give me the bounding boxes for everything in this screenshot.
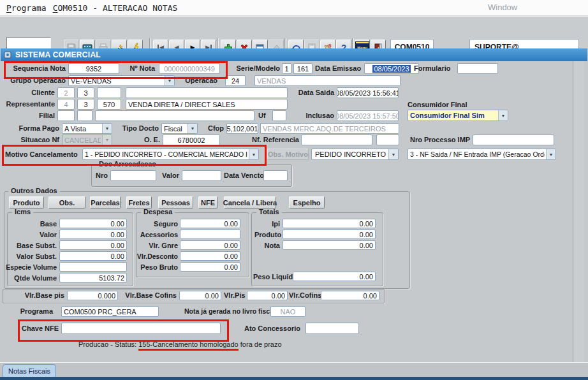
nf-referencia-serie-field[interactable]: [376, 135, 399, 145]
operacao-codigo-field[interactable]: 24: [225, 75, 246, 86]
chave-nfe-field[interactable]: [61, 323, 221, 334]
chevron-down-icon: ▼: [187, 124, 197, 133]
totais-nota-field[interactable]: 0.00: [283, 240, 376, 250]
doc-arrecadacao-title: Doc Arrecadacao: [96, 161, 159, 168]
doc-nro-field[interactable]: [110, 170, 156, 181]
cliente-campo2-field[interactable]: 3: [77, 87, 94, 98]
menu-programa-initial: P: [6, 3, 11, 13]
motivo-cancelamento-select[interactable]: 1 - PEDIDO INCORRETO - COMERCIAL MERCADO…: [82, 149, 259, 160]
menu-title-rest: OM0510 - ALTERACAO NOTAS: [57, 3, 177, 13]
peso-liquido-label: Peso Liquido: [253, 272, 290, 282]
tab-notas-fiscais[interactable]: Notas Fiscais: [3, 364, 56, 377]
peso-liquido-field[interactable]: 0.00: [293, 272, 376, 281]
doc-valor-label: Valor: [160, 170, 179, 181]
cliente-campo3-field[interactable]: [97, 87, 121, 98]
uf-label: Uf: [258, 110, 270, 121]
seguro-label: Seguro: [136, 219, 178, 230]
sequencia-nota-field[interactable]: 9352: [68, 63, 119, 74]
vlr-cofins-field[interactable]: 0.00: [321, 291, 379, 300]
cfop-descricao-field: VENDAS MERC.ADQ.DE TERCEIROS: [260, 123, 399, 134]
icms-valor-subst-field[interactable]: 0.00: [59, 251, 127, 261]
representante-nome-field[interactable]: VENDA DIRETA / DIRECT SALES: [126, 99, 288, 110]
ato-concessorio-field[interactable]: [305, 323, 359, 334]
icms-valor-field[interactable]: 0.00: [59, 230, 127, 239]
filial-campo1-field[interactable]: [57, 110, 75, 121]
menu-programa[interactable]: Programa: [6, 3, 47, 13]
filial-nome-field[interactable]: [95, 110, 254, 121]
especie-volume-label: Especie Volume: [6, 262, 57, 273]
vlr-base-pis-field[interactable]: 0.000: [67, 291, 118, 300]
seguro-field[interactable]: 0.00: [180, 219, 240, 228]
menu-bar: Programa COM0510 - ALTERACAO NOTAS Windo…: [0, 0, 588, 16]
cfop-field[interactable]: 5,102,001: [226, 123, 258, 134]
ato-concessorio-label: Ato Concessorio: [242, 323, 300, 334]
vlr-desconto-field[interactable]: 0.00: [180, 251, 240, 261]
consumidor-final-select[interactable]: Consumidor Final Sim▼: [408, 110, 508, 121]
uf-field[interactable]: [272, 110, 286, 121]
livro-fiscal-field: NAO: [270, 306, 305, 317]
parcelas-button[interactable]: Parcelas: [90, 196, 121, 208]
representante-campo3-field[interactable]: 570: [97, 99, 121, 110]
obs-button[interactable]: Obs.: [48, 196, 85, 208]
produto-button[interactable]: Produto: [9, 196, 44, 208]
vlr-base-cofins-field[interactable]: 0.00: [179, 291, 221, 300]
icms-valor-subst-label: Valor Subst.: [6, 251, 57, 262]
nro-processo-imp-field[interactable]: [473, 135, 554, 145]
forma-pago-select[interactable]: A Vista▼: [62, 123, 112, 134]
vlr-gnre-field[interactable]: 0.00: [180, 240, 240, 250]
acessorios-field[interactable]: [180, 230, 240, 239]
formulario-label: Formulario: [414, 63, 452, 74]
serie-modelo-label: Serie/Modelo: [234, 63, 280, 74]
data-emissao-field[interactable]: 08/05/2023: [364, 63, 419, 74]
status-prefix: Producao - Status:: [78, 340, 138, 348]
chevron-down-icon: ▼: [498, 110, 508, 121]
toolbar: ? ◀ ◀ ▶ ▶ S ? Menu COM0510: [0, 16, 588, 48]
data-saida-field[interactable]: 08/05/2023 15:56:41: [337, 87, 399, 98]
menu-program-title[interactable]: COM0510 - ALTERACAO NOTAS: [53, 3, 178, 13]
modelo-field[interactable]: 161: [293, 63, 312, 74]
motivo-resumo-select[interactable]: PEDIDO INCORRETO▼: [311, 149, 399, 160]
nfe-button[interactable]: NFE: [198, 196, 217, 208]
qtde-volume-field[interactable]: 5103.72: [59, 273, 127, 282]
menu-window[interactable]: Window: [488, 3, 517, 12]
representante-campo2-field[interactable]: 3: [77, 99, 94, 110]
situacao-nf-select: CANCELADA▼: [62, 135, 112, 145]
filial-label: Filial: [20, 110, 55, 121]
tipo-nf-imp-select[interactable]: 3 - NF Saida / NF Entrada IMP (Geracao O…: [408, 149, 556, 160]
oe-field[interactable]: 6780002: [163, 135, 220, 145]
especie-volume-field[interactable]: [59, 262, 127, 272]
icms-title: Icms: [12, 208, 33, 216]
vlr-base-pis-label: Vlr.Base pis: [16, 290, 64, 301]
programa-field[interactable]: COM0500 PRC_GERA: [61, 306, 159, 317]
inclusao-label: Inclusao: [290, 110, 334, 121]
peso-bruto-field[interactable]: 0.00: [180, 262, 240, 272]
fretes-button[interactable]: Fretes: [126, 196, 152, 208]
serie-field[interactable]: 1: [282, 63, 291, 74]
totais-produto-label: Produto: [254, 230, 280, 240]
filial-campo2-field[interactable]: [77, 110, 92, 121]
grupo-operacao-select[interactable]: VE-VENDAS▼: [68, 75, 175, 86]
icms-base-subst-field[interactable]: 0.00: [59, 240, 127, 250]
icms-base-field[interactable]: 0.00: [59, 219, 127, 228]
cancela-libera-button[interactable]: Cancela / Libera: [224, 196, 276, 208]
chevron-down-icon: ▼: [102, 135, 112, 145]
espelho-button[interactable]: Espelho: [289, 196, 325, 208]
icms-valor-label: Valor: [6, 230, 57, 240]
motivo-cancelamento-label: Motivo Cancelamento: [5, 149, 80, 160]
doc-data-vencto-field[interactable]: [263, 170, 288, 181]
chevron-down-icon: ▼: [165, 76, 174, 85]
cfop-label: Cfop: [202, 123, 224, 134]
totais-produto-field[interactable]: 0.00: [283, 230, 376, 239]
vlr-pis-field[interactable]: 0.00: [247, 291, 288, 300]
nf-referencia-field[interactable]: [301, 135, 372, 145]
representante-campo1-field: 4: [57, 99, 75, 110]
formulario-field[interactable]: [457, 63, 498, 74]
ipi-field[interactable]: 0.00: [283, 219, 376, 228]
tipo-docto-label: Tipo Docto: [119, 123, 159, 134]
pessoas-button[interactable]: Pessoas: [158, 196, 193, 208]
inclusao-field: 08/05/2023 15:57:50: [337, 110, 399, 121]
tipo-docto-select[interactable]: Fiscal▼: [161, 123, 198, 134]
cliente-nome-field[interactable]: [126, 87, 288, 98]
totais-title: Totais: [256, 208, 282, 216]
doc-valor-field[interactable]: [182, 170, 221, 181]
